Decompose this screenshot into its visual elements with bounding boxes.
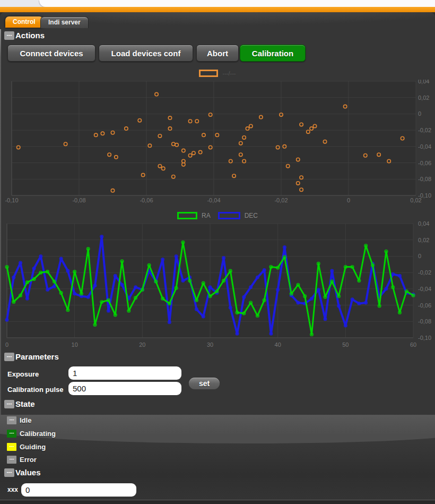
load-devices-conf-button[interactable]: Load devices conf: [99, 45, 193, 62]
xxx-label: xxx: [7, 486, 18, 493]
connect-devices-button[interactable]: Connect devices: [7, 45, 95, 62]
svg-text:30: 30: [207, 341, 213, 348]
svg-text:50: 50: [342, 341, 349, 348]
calibration-scatter-chart: -0,10-0,08-0,06-0,04-0,0200,020,040,020-…: [0, 80, 435, 207]
section-chip-icon: ---: [4, 31, 14, 40]
state-item-error: --- Error: [7, 456, 37, 464]
scatter-legend-swatch: [199, 70, 218, 77]
xxx-value-input[interactable]: [21, 483, 136, 497]
guiding-status-chip: ---: [7, 443, 16, 451]
state-item-guiding: --- Guiding: [7, 443, 46, 451]
svg-text:-0,06: -0,06: [418, 302, 431, 309]
ra-legend-swatch: [177, 212, 197, 219]
line-legend: RA DEC: [0, 212, 435, 219]
calibration-button[interactable]: Calibration: [240, 45, 306, 62]
exposure-input[interactable]: [68, 366, 181, 380]
calibration-pulse-input[interactable]: [68, 382, 181, 395]
calibration-pulse-label: Calibration pulse: [7, 386, 63, 394]
svg-text:40: 40: [275, 341, 281, 348]
actions-section-header: --- Actions: [4, 31, 45, 40]
svg-text:-0,02: -0,02: [418, 269, 431, 276]
browser-top-pill: [39, 0, 435, 7]
actions-title: Actions: [15, 31, 45, 40]
section-chip-icon: ---: [4, 468, 14, 477]
error-status-chip: ---: [7, 456, 16, 464]
exposure-label: Exposure: [7, 370, 39, 378]
svg-text:-0,08: -0,08: [418, 176, 431, 182]
state-section-header: --- State: [4, 399, 35, 408]
dec-legend-swatch: [218, 212, 240, 219]
svg-text:60: 60: [410, 341, 416, 348]
state-item-calibrating: --- Calibrating: [7, 430, 56, 438]
calibrating-status-chip: ---: [7, 430, 16, 438]
abort-button[interactable]: Abort: [196, 45, 239, 62]
state-title: State: [15, 399, 35, 408]
browser-top-strip: [0, 0, 435, 7]
svg-text:0,04: 0,04: [418, 80, 429, 84]
accent-bar: [0, 7, 435, 12]
scatter-legend-label: ---/---: [222, 70, 236, 76]
ra-dec-line-chart: 01020304050600,040,020-0,02-0,04-0,06-0,…: [0, 219, 435, 353]
svg-text:-0,10: -0,10: [5, 197, 18, 203]
svg-text:-0,08: -0,08: [72, 197, 85, 203]
svg-text:0: 0: [347, 197, 350, 203]
section-chip-icon: ---: [4, 353, 14, 361]
svg-text:0: 0: [5, 341, 8, 348]
scatter-legend: ---/---: [0, 70, 435, 77]
dec-legend-label: DEC: [245, 212, 258, 219]
svg-text:0: 0: [418, 253, 421, 259]
svg-text:0,02: 0,02: [418, 95, 429, 101]
panel-bottom-edge: [0, 500, 435, 504]
section-chip-icon: ---: [4, 400, 14, 408]
tab-indi-server[interactable]: Indi server: [40, 16, 89, 28]
parameters-section-header: --- Parameters: [4, 352, 59, 361]
state-item-idle: --- Idle: [7, 416, 31, 424]
svg-text:20: 20: [139, 341, 145, 348]
state-item-label: Guiding: [20, 443, 46, 451]
svg-text:-0,06: -0,06: [418, 160, 431, 166]
parameters-title: Parameters: [15, 352, 59, 361]
svg-text:0,02: 0,02: [418, 237, 429, 243]
tab-control[interactable]: Control: [5, 16, 43, 28]
svg-text:-0,04: -0,04: [207, 197, 220, 203]
svg-text:0: 0: [418, 110, 421, 117]
state-item-label: Idle: [20, 416, 31, 424]
idle-status-chip: ---: [7, 416, 16, 424]
svg-text:-0,08: -0,08: [418, 318, 431, 324]
state-item-label: Calibrating: [20, 430, 56, 438]
svg-text:0,04: 0,04: [418, 220, 429, 227]
svg-text:-0,06: -0,06: [140, 197, 153, 203]
svg-text:-0,10: -0,10: [418, 192, 431, 199]
svg-text:-0,02: -0,02: [274, 197, 288, 203]
svg-text:-0,04: -0,04: [418, 143, 431, 150]
ra-legend-label: RA: [202, 212, 211, 219]
svg-text:-0,04: -0,04: [418, 286, 431, 292]
values-section-header: --- Values: [4, 468, 41, 477]
state-item-label: Error: [20, 456, 37, 464]
set-button[interactable]: set: [189, 378, 220, 389]
svg-text:-0,02: -0,02: [418, 127, 431, 133]
svg-text:10: 10: [72, 341, 78, 348]
values-title: Values: [15, 468, 41, 477]
svg-text:-0,10: -0,10: [418, 335, 431, 341]
